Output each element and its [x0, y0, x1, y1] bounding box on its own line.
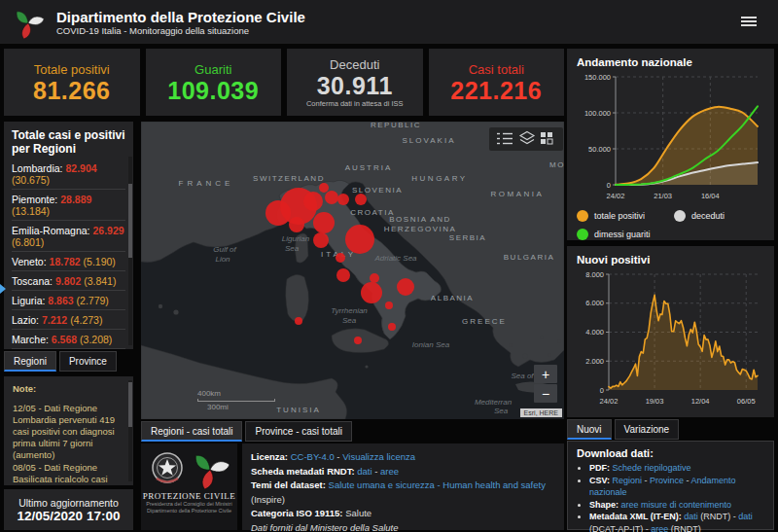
text-link[interactable]: dati: [684, 512, 698, 521]
text-link[interactable]: Visualizza licenza: [342, 451, 415, 462]
map-sea-label: Gulf of: [213, 245, 236, 254]
region-row[interactable]: Lombardia: 82.904 (30.675): [12, 159, 125, 189]
covid-bubble[interactable]: [313, 232, 329, 248]
field-text: -: [372, 466, 380, 477]
covid-bubble[interactable]: [388, 323, 396, 331]
svg-text:12/04: 12/04: [691, 397, 710, 406]
region-name: Veneto:: [12, 256, 50, 267]
region-row[interactable]: Liguria: 8.863 (2.779): [12, 290, 125, 309]
text-link[interactable]: Regioni: [613, 476, 643, 485]
panel-expander-icon[interactable]: [0, 284, 6, 294]
region-row[interactable]: Emilia-Romagna: 26.929 (6.801): [12, 220, 125, 251]
legend-label: totale positivi: [594, 211, 645, 221]
text-link[interactable]: dati: [738, 512, 753, 521]
legend-label: dimessi guariti: [594, 230, 651, 239]
covid-bubble[interactable]: [336, 253, 345, 263]
tab-regioni-casi-totali[interactable]: Regioni - casi totali: [141, 421, 242, 442]
covid-bubble[interactable]: [361, 282, 382, 303]
stat-label: Guariti: [194, 62, 231, 77]
field-text: (Inspire): [251, 494, 285, 505]
region-row[interactable]: Lazio: 7.212 (4.273): [12, 309, 125, 329]
regions-panel: Totale casi e positivi per Regioni Lomba…: [4, 122, 133, 349]
map-country-label: SWITZERLAND: [253, 174, 325, 183]
map-sea-label: Ligurian: [282, 234, 310, 243]
covid-bubble[interactable]: [325, 191, 338, 204]
license-line: Scheda metadati RNDT: dati - aree: [251, 465, 555, 479]
covid-bubble[interactable]: [313, 212, 335, 233]
text-link[interactable]: aree: [380, 466, 399, 477]
tab-province-casi-totali[interactable]: Province - casi totali: [245, 421, 351, 442]
region-positives: (2.779): [77, 295, 109, 306]
text-link[interactable]: Province: [650, 476, 684, 485]
covid-bubble[interactable]: [370, 273, 379, 283]
covid-bubble[interactable]: [319, 183, 329, 193]
map-country-label: HERZEGOVINA: [384, 225, 457, 233]
region-row[interactable]: Piemonte: 28.889 (13.184): [12, 189, 125, 220]
protezione-civile-logo-box: PROTEZIONE CIVILE Presidenza del Consigl…: [141, 443, 237, 530]
covid-bubble[interactable]: [295, 317, 302, 325]
tab-province[interactable]: Province: [59, 351, 117, 372]
download-list: PDF: Schede riepilogativeCSV: Regioni - …: [577, 462, 764, 532]
region-total: 8.863: [48, 295, 76, 306]
region-name: Lombardia:: [12, 162, 65, 174]
text-link[interactable]: aree misure di contenimento: [621, 500, 732, 510]
covid-bubble[interactable]: [336, 268, 350, 282]
region-positives: (3.841): [84, 275, 116, 287]
legend-label: deceduti: [691, 211, 725, 221]
repubblica-emblem-icon: [149, 449, 186, 488]
region-name: Lazio:: [12, 314, 42, 326]
map-sea-label: Adriatic Sea: [373, 254, 417, 263]
region-positives: (5.190): [84, 256, 116, 267]
svg-text:24/02: 24/02: [600, 397, 619, 406]
svg-text:6.000: 6.000: [585, 299, 604, 307]
app-title: Dipartimento della Protezione Civile: [56, 9, 305, 25]
covid-bubble[interactable]: [337, 194, 349, 205]
covid-bubble[interactable]: [385, 301, 393, 309]
region-total: 9.802: [55, 275, 84, 287]
download-item: PDF: Schede riepilogative: [589, 462, 764, 475]
map-country-label: CROATIA: [350, 208, 394, 217]
scale-km: 400km: [197, 389, 275, 398]
map-country-label: ALBANIA: [431, 294, 474, 302]
license-section: PROTEZIONE CIVILE Presidenza del Consigl…: [141, 443, 564, 530]
field-label: PDF:: [589, 463, 613, 473]
zoom-in-button[interactable]: +: [534, 365, 557, 383]
covid-bubble[interactable]: [289, 217, 304, 232]
region-name: Marche:: [12, 334, 52, 345]
covid-bubble[interactable]: [303, 192, 323, 211]
covid-bubble[interactable]: [355, 194, 367, 205]
text-link[interactable]: Salute umana e sicurezza - Human health …: [329, 479, 546, 490]
region-row[interactable]: Marche: 6.568 (3.208): [12, 329, 125, 348]
svg-text:21/03: 21/03: [654, 192, 672, 200]
map-country-label: BOSNIA AND: [389, 215, 450, 224]
covid-bubble[interactable]: [397, 278, 414, 296]
tab-variazione[interactable]: Variazione: [615, 419, 680, 440]
region-positives: (13.184): [12, 205, 50, 217]
field-label: Scheda metadati RNDT:: [251, 466, 357, 477]
stat-value: 30.911: [317, 73, 393, 98]
stat-box: Casi totali221.216: [429, 49, 565, 116]
map-container[interactable]: REPUBLICSLOVAKIAFRANCESWITZERLANDAUSTRIA…: [141, 122, 564, 419]
covid-bubble[interactable]: [345, 225, 374, 254]
field-label: Shape:: [589, 500, 621, 510]
note-scrollbar[interactable]: [128, 380, 132, 481]
text-link[interactable]: dati: [357, 466, 371, 477]
download-item: Metadata XML (IT-EN): dati (RNDT) - dati…: [589, 511, 764, 532]
covid-bubble[interactable]: [354, 337, 362, 344]
region-row[interactable]: Toscana: 9.802 (3.841): [12, 270, 125, 290]
protezione-civile-logo-icon: [12, 6, 45, 39]
region-row[interactable]: Veneto: 18.782 (5.190): [12, 251, 125, 270]
license-line: Licenza: CC-BY-4.0 - Visualizza licenza: [251, 450, 555, 465]
menu-icon[interactable]: [741, 17, 757, 28]
tab-nuovi[interactable]: Nuovi: [567, 419, 612, 440]
text-link[interactable]: CC-BY-4.0: [291, 451, 335, 462]
text-link[interactable]: aree: [651, 524, 668, 532]
regions-scrollbar[interactable]: [128, 157, 132, 345]
tab-regioni[interactable]: Regioni: [4, 351, 56, 372]
text-link[interactable]: Schede riepilogative: [613, 463, 691, 473]
region-row[interactable]: Campania: 4.615 (1.877): [12, 348, 125, 349]
zoom-out-button[interactable]: −: [534, 384, 557, 403]
svg-text:4.000: 4.000: [585, 328, 604, 337]
stat-box: Deceduti30.911Conferma dati in attesa di…: [287, 49, 423, 116]
map-country-label: ROMANIA: [491, 190, 545, 198]
